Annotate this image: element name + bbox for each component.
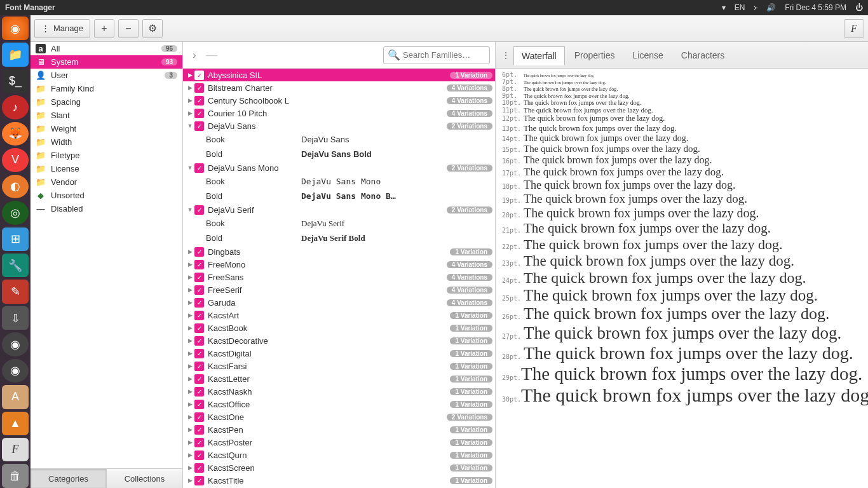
font-checkbox[interactable] <box>194 260 204 269</box>
add-button[interactable]: + <box>94 19 114 38</box>
font-family-row[interactable]: ▶KacstDecorative1 Variation <box>183 334 495 347</box>
font-family-row[interactable]: ▶KacstPen1 Variation <box>183 423 495 436</box>
font-family-row[interactable]: ▶FreeSans4 Variations <box>183 271 495 283</box>
dock-puzzle[interactable]: ⊞ <box>2 227 29 251</box>
categories-tab[interactable]: Categories <box>31 469 107 488</box>
collapse-icon[interactable]: ▼ <box>186 207 194 213</box>
expand-icon[interactable]: ▶ <box>186 439 194 445</box>
preview-tab[interactable]: License <box>625 46 672 65</box>
sidebar-item[interactable]: 📁Filetype <box>31 149 182 162</box>
font-checkbox[interactable] <box>194 71 204 80</box>
font-checkbox[interactable] <box>194 400 204 409</box>
font-checkbox[interactable] <box>194 83 204 93</box>
font-family-row[interactable]: ▶FreeMono4 Variations <box>183 258 495 271</box>
collections-tab[interactable]: Collections <box>107 469 182 488</box>
expand-icon[interactable]: ▶ <box>186 287 194 293</box>
dock-settings[interactable]: 🔧 <box>2 254 29 277</box>
font-style-row[interactable]: BoldDejaVu Serif Bold <box>183 231 495 245</box>
font-checkbox[interactable] <box>194 412 204 422</box>
font-checkbox[interactable] <box>194 121 204 131</box>
dock-screenshot[interactable]: ◎ <box>2 201 29 224</box>
font-checkbox[interactable] <box>194 247 204 257</box>
font-family-row[interactable]: ▶Courier 10 Pitch4 Variations <box>183 107 495 119</box>
language-indicator[interactable]: EN <box>735 3 745 12</box>
expand-icon[interactable]: ▶ <box>186 350 194 356</box>
font-family-row[interactable]: ▶KacstQurn1 Variation <box>183 449 495 461</box>
font-family-row[interactable]: ▶KacstOne2 Variations <box>183 410 495 423</box>
expand-icon[interactable]: ▶ <box>186 274 194 280</box>
sidebar-item[interactable]: 📁Width <box>31 135 182 149</box>
font-family-row[interactable]: ▶KacstNaskh1 Variation <box>183 385 495 398</box>
dock-fontmanager[interactable]: F <box>2 438 29 461</box>
dock-terminal[interactable]: $_ <box>2 69 29 93</box>
font-family-row[interactable]: ▼DejaVu Sans Mono2 Variations <box>183 161 495 174</box>
font-checkbox[interactable] <box>194 387 204 396</box>
dock-trash[interactable]: 🗑 <box>2 464 29 487</box>
font-checkbox[interactable] <box>194 336 204 346</box>
expand-icon[interactable]: ▶ <box>186 325 194 331</box>
manage-button[interactable]: ⋮Manage <box>34 19 90 38</box>
font-checkbox[interactable] <box>194 298 204 308</box>
expand-icon[interactable]: ▶ <box>186 376 194 382</box>
sidebar-item[interactable]: —Disabled <box>31 202 182 215</box>
font-family-row[interactable]: ▶KacstArt1 Variation <box>183 309 495 322</box>
font-checkbox[interactable] <box>194 438 204 447</box>
search-box[interactable]: 🔍 <box>383 46 490 64</box>
search-input[interactable] <box>403 50 485 60</box>
font-checkbox[interactable] <box>194 285 204 295</box>
sidebar-item[interactable]: 👤User3 <box>31 69 182 82</box>
preview-tab[interactable]: Waterfall <box>513 46 565 65</box>
expand-icon[interactable]: ▶ <box>186 248 194 255</box>
dock-disc2[interactable]: ◉ <box>2 359 29 383</box>
expand-icon[interactable]: ▶ <box>186 452 194 458</box>
dock-music[interactable]: ♪ <box>2 95 29 119</box>
sidebar-item[interactable]: 📁Slant <box>31 109 182 122</box>
font-family-row[interactable]: ▶Century Schoolbook L4 Variations <box>183 94 495 107</box>
dock-ubuntu[interactable]: ◉ <box>2 17 29 40</box>
font-family-row[interactable]: ▶KacstPoster1 Variation <box>183 436 495 449</box>
sidebar-item[interactable]: 🖥System93 <box>31 55 182 69</box>
remove-button[interactable]: − <box>118 19 139 38</box>
expand-icon[interactable]: ▶ <box>186 414 194 420</box>
preview-tab[interactable]: Properties <box>566 46 623 65</box>
dock-drive[interactable]: ⇩ <box>2 306 29 330</box>
dock-vlc[interactable]: ▲ <box>2 412 29 435</box>
font-family-row[interactable]: ▶KacstOffice1 Variation <box>183 398 495 410</box>
sidebar-item[interactable]: 📁Family Kind <box>31 82 182 95</box>
dock-software[interactable]: A <box>2 385 29 409</box>
font-checkbox[interactable] <box>194 374 204 384</box>
font-family-row[interactable]: ▶Garuda4 Variations <box>183 296 495 309</box>
font-family-row[interactable]: ▼DejaVu Serif2 Variations <box>183 203 495 216</box>
font-preview-toggle[interactable]: F <box>844 19 864 38</box>
clock[interactable]: Fri Dec 4 5:59 PM <box>785 3 846 12</box>
expand-icon[interactable]: ▶ <box>186 97 194 104</box>
font-family-row[interactable]: ▼DejaVu Sans2 Variations <box>183 119 495 132</box>
bluetooth-icon[interactable]: ᚛ <box>754 3 757 12</box>
font-checkbox[interactable] <box>194 109 204 118</box>
dock-firefox[interactable]: 🦊 <box>2 122 29 146</box>
font-style-row[interactable]: BookDejaVu Sans Mono <box>183 174 495 189</box>
font-family-row[interactable]: ▶Bitstream Charter4 Variations <box>183 81 495 94</box>
font-style-row[interactable]: BoldDejaVu Sans Mono B… <box>183 189 495 203</box>
expand-icon[interactable]: ▶ <box>186 464 194 471</box>
font-checkbox[interactable] <box>194 323 204 333</box>
sidebar-item[interactable]: 📁Spacing <box>31 95 182 109</box>
preview-tab[interactable]: Characters <box>673 46 733 65</box>
font-family-row[interactable]: ▶KacstFarsi1 Variation <box>183 360 495 372</box>
volume-icon[interactable]: 🔊 <box>766 3 776 12</box>
font-checkbox[interactable] <box>194 425 204 435</box>
expand-icon[interactable]: ▶ <box>186 72 194 78</box>
font-checkbox[interactable] <box>194 311 204 320</box>
font-checkbox[interactable] <box>194 362 204 371</box>
expand-icon[interactable]: ▶ <box>186 363 194 369</box>
collapse-icon[interactable]: ▼ <box>186 165 194 171</box>
power-icon[interactable]: ⏻ <box>855 3 863 12</box>
font-family-row[interactable]: ▶KacstScreen1 Variation <box>183 461 495 474</box>
sidebar-item[interactable]: 📁License <box>31 162 182 175</box>
expand-icon[interactable]: ▶ <box>186 426 194 433</box>
font-style-row[interactable]: BookDejaVu Sans <box>183 132 495 147</box>
dock-vivaldi[interactable]: V <box>2 148 29 172</box>
font-checkbox[interactable] <box>194 349 204 358</box>
expand-icon[interactable]: ▶ <box>186 337 194 344</box>
font-checkbox[interactable] <box>194 273 204 282</box>
